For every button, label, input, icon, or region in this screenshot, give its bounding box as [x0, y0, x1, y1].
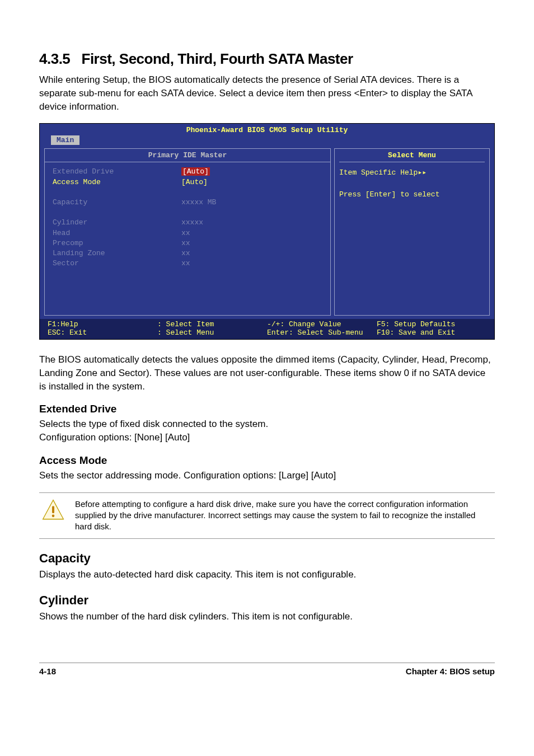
bios-field-value: xxxxx [181, 218, 322, 228]
bios-tab-bar: Main [40, 135, 494, 146]
bios-key-hint: Enter: Select Sub-menu [267, 328, 363, 337]
bios-window-title: Phoenix-Award BIOS CMOS Setup Utility [40, 124, 494, 135]
bios-field-label: Sector [53, 259, 181, 269]
bios-field-value: xx [181, 228, 322, 238]
bios-key-hint: F10: Save and Exit [377, 328, 455, 337]
bios-field-value: xx [181, 259, 322, 269]
subsection-heading-capacity: Capacity [39, 551, 495, 566]
chapter-label: Chapter 4: BIOS setup [406, 666, 495, 676]
bios-field-label: Landing Zone [53, 248, 181, 259]
bios-field-value: xxxxx MB [181, 198, 322, 208]
after-bios-paragraph: The BIOS automatically detects the value… [39, 353, 495, 393]
bios-field-label: Cylinder [53, 218, 181, 228]
bios-screenshot: Phoenix-Award BIOS CMOS Setup Utility Ma… [39, 123, 495, 340]
bios-field-value[interactable]: [Auto] [181, 177, 322, 187]
bios-help-line2: Press [Enter] to select [339, 190, 439, 199]
page-footer: 4-18 Chapter 4: BIOS setup [39, 663, 495, 676]
bios-right-panel: Select Menu Item Specific Help▸▸ Press [… [334, 148, 490, 316]
section-title-text: First, Second, Third, Fourth SATA Master [82, 50, 353, 67]
bios-key-hint: F5: Setup Defaults [377, 320, 455, 328]
subsection-body: Selects the type of fixed disk connected… [39, 417, 495, 444]
right-arrows-icon: ▸▸ [418, 168, 427, 176]
bios-field-value[interactable]: [Auto] [181, 167, 210, 176]
bios-right-header: Select Menu [339, 151, 485, 162]
bios-field-value: xx [181, 238, 322, 248]
bios-left-header: Primary IDE Master [45, 151, 330, 162]
section-number: 4.3.5 [39, 50, 70, 67]
bios-field-label: Access Mode [53, 177, 181, 187]
subsection-heading-cylinder: Cylinder [39, 593, 495, 608]
bios-key-hint: F1:Help [48, 320, 78, 328]
section-intro: While entering Setup, the BIOS automatic… [39, 73, 495, 113]
bios-key-hint: : Select Item [157, 320, 214, 328]
caution-icon [41, 499, 65, 522]
bios-field-label: Capacity [53, 198, 181, 208]
bios-field-value: xx [181, 248, 322, 259]
bios-left-panel: Primary IDE Master Extended Drive[Auto] … [44, 148, 331, 316]
caution-note-text: Before attempting to configure a hard di… [75, 499, 493, 533]
bios-field-label: Head [53, 228, 181, 238]
bios-field-label: Precomp [53, 238, 181, 248]
svg-point-2 [52, 514, 55, 517]
bios-field-label: Extended Drive [53, 167, 181, 177]
section-heading: 4.3.5 First, Second, Third, Fourth SATA … [39, 50, 495, 68]
bios-tab-main[interactable]: Main [51, 135, 79, 145]
subsection-heading-extended-drive: Extended Drive [39, 403, 495, 415]
svg-rect-1 [52, 506, 54, 513]
bios-key-hint: : Select Menu [157, 328, 214, 337]
subsection-body: Shows the number of the hard disk cylind… [39, 610, 495, 623]
subsection-heading-access-mode: Access Mode [39, 454, 495, 467]
page-number: 4-18 [39, 666, 56, 676]
bios-key-hint: ESC: Exit [48, 328, 87, 337]
bios-help-line1: Item Specific Help [339, 168, 418, 177]
bios-footer-bar: F1:Help ESC: Exit : Select Item : Select… [40, 319, 494, 339]
caution-note: Before attempting to configure a hard di… [39, 492, 495, 539]
subsection-body: Sets the sector addressing mode. Configu… [39, 469, 495, 482]
bios-key-hint: -/+: Change Value [267, 320, 341, 328]
subsection-body: Displays the auto-detected hard disk cap… [39, 568, 495, 581]
